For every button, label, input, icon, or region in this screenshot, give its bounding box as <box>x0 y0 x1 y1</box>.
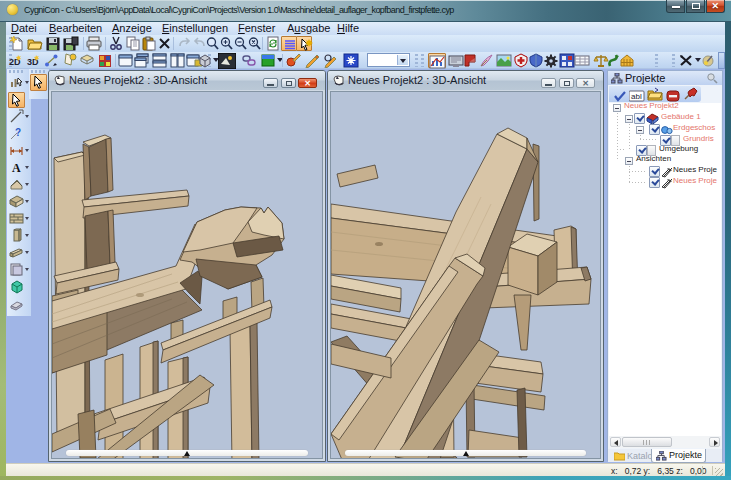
svg-text:A: A <box>12 161 21 175</box>
svg-text:abl: abl <box>631 92 642 101</box>
svg-text:?: ? <box>15 127 21 138</box>
